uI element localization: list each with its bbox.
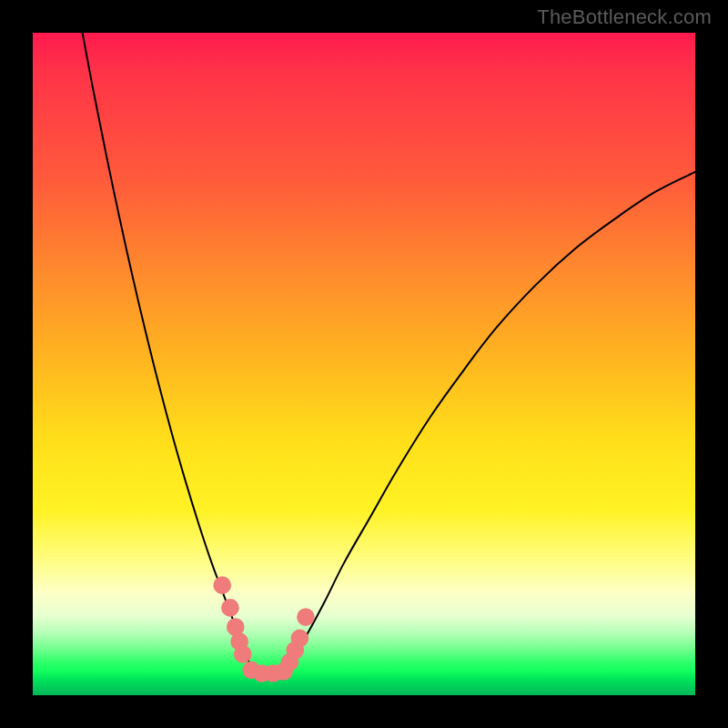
marker-dot: [297, 608, 315, 626]
marker-dot: [291, 630, 309, 648]
chart-container: TheBottleneck.com: [0, 0, 728, 728]
marker-layer: [213, 576, 314, 682]
marker-dot: [234, 645, 252, 663]
marker-dot: [221, 599, 239, 617]
series-left-curve: [83, 33, 252, 669]
curve-overlay: [33, 33, 695, 695]
plot-area: [33, 33, 695, 695]
marker-dot: [213, 576, 231, 594]
series-right-curve: [285, 172, 695, 669]
watermark-text: TheBottleneck.com: [537, 5, 712, 29]
series-layer: [83, 33, 695, 674]
